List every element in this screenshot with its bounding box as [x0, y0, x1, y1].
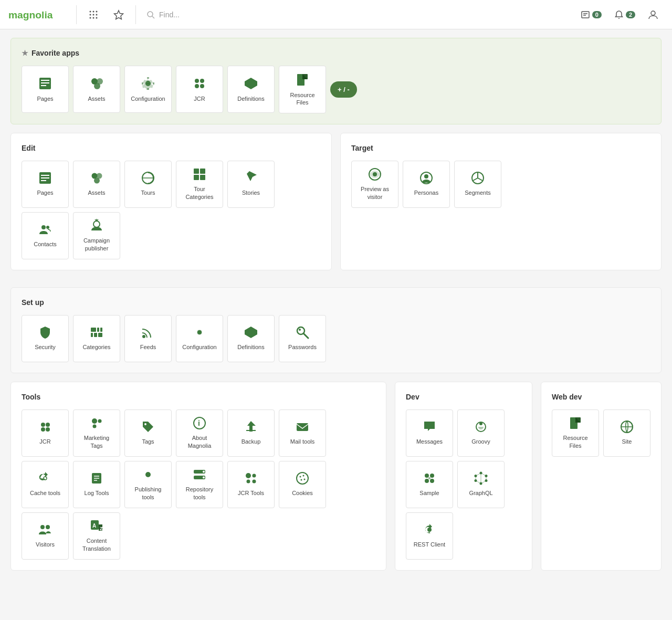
- edit-stories-tile[interactable]: Stories: [227, 161, 275, 208]
- content-translation-tile[interactable]: AZ Content Translation: [73, 512, 120, 560]
- jcr-tools-2-icon: [244, 471, 258, 485]
- svg-text:magnolia: magnolia: [8, 9, 53, 20]
- header-divider-2: [135, 5, 136, 24]
- jcr-tools-2-tile[interactable]: JCR Tools: [227, 461, 275, 508]
- feeds-tile[interactable]: Feeds: [124, 315, 172, 362]
- header-divider-1: [76, 5, 77, 24]
- app-tile-resource-files-fav[interactable]: Resource Files: [279, 66, 326, 113]
- edit-section: Edit Pages Assets: [10, 133, 332, 270]
- configuration-icon: [141, 76, 155, 91]
- preview-visitor-tile[interactable]: Preview as visitor: [351, 161, 398, 208]
- mail-tools-tile[interactable]: Mail tools: [279, 409, 326, 457]
- content-translation-icon: AZ: [90, 519, 103, 533]
- about-magnolia-tile[interactable]: i About Magnolia: [176, 409, 223, 457]
- app-tile-definitions-fav[interactable]: Definitions: [227, 66, 275, 113]
- campaign-publisher-icon: [90, 219, 103, 233]
- edit-pages-icon: [38, 171, 52, 185]
- svg-point-66: [41, 423, 45, 427]
- sample-icon: [423, 471, 436, 485]
- svg-point-2: [93, 10, 94, 12]
- apps-grid-button[interactable]: [83, 4, 104, 25]
- backup-icon: [244, 420, 258, 434]
- cache-tools-tile[interactable]: Cache tools: [22, 461, 69, 508]
- favorites-title: ★ Favorite apps: [22, 49, 650, 57]
- tours-label: Tours: [141, 189, 155, 196]
- app-tile-pages-fav[interactable]: Pages: [22, 66, 69, 113]
- svg-point-91: [300, 476, 301, 478]
- svg-rect-59: [98, 333, 102, 337]
- app-tile-assets-fav[interactable]: Assets: [73, 66, 120, 113]
- graphql-icon: [474, 471, 488, 485]
- marketing-tags-tile[interactable]: Marketing Tags: [73, 409, 120, 457]
- jcr-tools-tile[interactable]: JCR: [22, 409, 69, 457]
- svg-point-4: [90, 14, 91, 15]
- svg-point-65: [299, 329, 301, 331]
- favorites-star-icon: ★: [22, 49, 28, 57]
- site-tile[interactable]: Site: [603, 409, 650, 457]
- svg-rect-56: [100, 328, 102, 332]
- svg-point-8: [93, 17, 94, 18]
- notifications-button[interactable]: 2: [609, 7, 640, 23]
- svg-point-3: [96, 10, 98, 12]
- resource-files-icon: [295, 72, 310, 87]
- setup-title: Set up: [22, 298, 650, 307]
- groovy-tile[interactable]: Groovy: [457, 409, 505, 457]
- backup-tile[interactable]: Backup: [227, 409, 275, 457]
- edit-contacts-tile[interactable]: Contacts: [22, 212, 69, 259]
- segments-icon: [471, 171, 485, 185]
- svg-point-94: [304, 479, 306, 480]
- publishing-tools-tile[interactable]: Publishing tools: [124, 461, 172, 508]
- edit-assets-tile[interactable]: Assets: [73, 161, 120, 208]
- svg-marker-10: [114, 10, 123, 19]
- cookies-tile[interactable]: Cookies: [279, 461, 326, 508]
- tasks-button[interactable]: 0: [575, 7, 607, 23]
- svg-rect-43: [200, 169, 205, 174]
- passwords-tile[interactable]: Passwords: [279, 315, 326, 362]
- setup-definitions-tile[interactable]: Definitions: [227, 315, 275, 362]
- svg-point-28: [195, 84, 199, 88]
- app-tile-configuration-fav[interactable]: Configuration: [124, 66, 172, 113]
- webdev-resource-files-tile[interactable]: Resource Files: [552, 409, 599, 457]
- dev-title: Dev: [406, 393, 521, 401]
- personas-tile[interactable]: Personas: [403, 161, 450, 208]
- svg-point-92: [303, 475, 304, 477]
- edit-tour-categories-tile[interactable]: Tour Categories: [176, 161, 223, 208]
- dev-section: Dev Messages Groovy: [395, 382, 532, 571]
- log-tools-tile[interactable]: Log Tools: [73, 461, 120, 508]
- svg-rect-35: [41, 175, 49, 176]
- add-remove-favorites-button[interactable]: + / -: [330, 81, 357, 98]
- segments-tile[interactable]: Segments: [454, 161, 501, 208]
- app-tile-jcr-fav[interactable]: JCR: [176, 66, 223, 113]
- setup-configuration-icon: [193, 325, 206, 339]
- sample-tile[interactable]: Sample: [406, 461, 453, 508]
- rest-client-icon: [423, 523, 436, 537]
- security-tile[interactable]: Security: [22, 315, 69, 362]
- svg-marker-62: [245, 327, 257, 338]
- svg-point-89: [253, 480, 256, 484]
- visitors-tile[interactable]: Visitors: [22, 512, 69, 560]
- repository-tools-tile[interactable]: Repository tools: [176, 461, 223, 508]
- graphql-tile[interactable]: GraphQL: [457, 461, 505, 508]
- tags-icon: [141, 420, 155, 434]
- svg-point-26: [195, 79, 199, 83]
- edit-campaign-publisher-tile[interactable]: Campaign publisher: [73, 212, 120, 259]
- edit-tours-tile[interactable]: Tours: [124, 161, 172, 208]
- webdev-section: Web dev Resource Files Site: [541, 382, 662, 571]
- user-button[interactable]: [643, 4, 664, 25]
- security-icon: [38, 325, 52, 339]
- rest-client-tile[interactable]: REST Client: [406, 512, 453, 560]
- visitors-icon: [38, 523, 52, 537]
- tags-tile[interactable]: Tags: [124, 409, 172, 457]
- categories-tile[interactable]: Categories: [73, 315, 120, 362]
- setup-configuration-tile[interactable]: Configuration: [176, 315, 223, 362]
- messages-tile[interactable]: Messages: [406, 409, 453, 457]
- svg-point-73: [144, 423, 146, 425]
- configuration-fav-label: Configuration: [131, 95, 165, 102]
- tours-icon: [141, 171, 155, 185]
- svg-point-24: [94, 83, 100, 89]
- svg-text:Z: Z: [100, 526, 103, 531]
- tour-categories-label: Tour Categories: [181, 185, 218, 201]
- svg-point-71: [98, 419, 102, 423]
- favorites-button[interactable]: [108, 4, 129, 25]
- edit-pages-tile[interactable]: Pages: [22, 161, 69, 208]
